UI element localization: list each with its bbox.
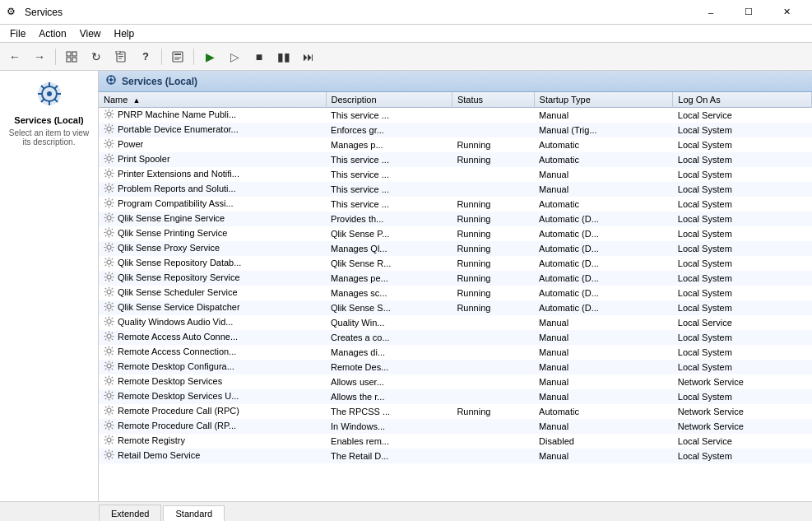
svg-line-198 <box>112 384 113 384</box>
table-row[interactable]: Retail Demo Service The Retail D... Manu… <box>99 449 812 463</box>
svg-line-117 <box>112 250 113 251</box>
table-row[interactable]: Qlik Sense Service Dispatcher Qlik Sense… <box>99 300 812 315</box>
table-row[interactable]: Power Manages p... Running Automatic Loc… <box>99 137 812 152</box>
service-startup: Manual <box>534 345 673 360</box>
service-name: Printer Extensions and Notifi... <box>99 167 326 182</box>
svg-line-172 <box>112 333 113 333</box>
table-row[interactable]: Printer Extensions and Notifi... This se… <box>99 167 812 182</box>
menu-file[interactable]: File <box>3 26 32 41</box>
svg-line-191 <box>105 369 106 370</box>
service-name: Power <box>99 137 326 152</box>
table-row[interactable]: Remote Access Auto Conne... Creates a co… <box>99 330 812 345</box>
table-row[interactable]: Remote Procedure Call (RP... In Windows.… <box>99 419 812 434</box>
title-bar: ⚙ Services – ☐ ✕ <box>0 0 812 25</box>
service-startup: Manual <box>534 419 673 434</box>
play2-button[interactable]: ▷ <box>223 46 246 67</box>
service-name: Remote Access Auto Conne... <box>99 330 326 345</box>
tab-extended[interactable]: Extended <box>99 505 161 521</box>
service-logon: Local System <box>673 330 812 345</box>
refresh-button[interactable]: ↻ <box>85 46 108 67</box>
svg-line-110 <box>105 235 106 236</box>
service-startup: Automatic (D... <box>534 300 673 315</box>
col-header-status[interactable]: Status <box>452 92 534 108</box>
svg-line-224 <box>105 421 106 422</box>
svg-line-136 <box>112 273 113 274</box>
svg-line-91 <box>112 199 113 200</box>
table-row[interactable]: Qlik Sense Engine Service Provides th...… <box>99 212 812 226</box>
table-row[interactable]: Remote Procedure Call (RPC) The RPCSS ..… <box>99 404 812 419</box>
svg-line-235 <box>112 436 113 437</box>
svg-line-225 <box>112 428 113 429</box>
table-row[interactable]: Qlik Sense Scheduler Service Manages sc.… <box>99 286 812 300</box>
service-name: Qlik Sense Scheduler Service <box>99 286 326 300</box>
table-row[interactable]: Problem Reports and Soluti... This servi… <box>99 182 812 197</box>
table-row[interactable]: Print Spooler This service ... Running A… <box>99 152 812 167</box>
start-service-button[interactable]: ▶ <box>198 46 221 67</box>
mmc-button[interactable] <box>166 46 189 67</box>
table-row[interactable]: Qlik Sense Proxy Service Manages Ql... R… <box>99 241 812 256</box>
svg-line-234 <box>112 443 113 444</box>
table-row[interactable]: Qlik Sense Printing Service Qlik Sense P… <box>99 226 812 241</box>
col-header-logon[interactable]: Log On As <box>673 92 812 108</box>
table-row[interactable]: Remote Registry Enables rem... Disabled … <box>99 434 812 449</box>
svg-rect-1 <box>72 52 77 56</box>
svg-point-25 <box>109 78 113 81</box>
service-logon: Network Service <box>673 374 812 389</box>
service-status: Running <box>452 152 534 167</box>
service-logon: Local Service <box>673 108 812 123</box>
table-row[interactable]: Remote Desktop Services U... Allows the … <box>99 389 812 404</box>
properties-button[interactable] <box>109 46 132 67</box>
svg-line-181 <box>112 347 113 348</box>
service-name: Remote Registry <box>99 434 326 449</box>
svg-line-171 <box>112 339 113 340</box>
panel-header-icon <box>105 74 117 88</box>
svg-line-89 <box>105 199 106 200</box>
service-startup: Manual <box>534 182 673 197</box>
service-logon: Network Service <box>673 419 812 434</box>
svg-line-38 <box>105 117 106 118</box>
col-header-name[interactable]: Name ▲ <box>99 92 326 108</box>
tab-standard[interactable]: Standard <box>163 505 225 521</box>
close-button[interactable]: ✕ <box>768 0 805 25</box>
service-status <box>452 449 534 463</box>
svg-line-127 <box>112 258 113 259</box>
menu-help[interactable]: Help <box>108 26 142 41</box>
table-row[interactable]: Remote Access Connection... Manages di..… <box>99 345 812 360</box>
svg-line-182 <box>105 354 106 355</box>
pause-service-button[interactable]: ▮▮ <box>272 46 295 67</box>
svg-line-155 <box>105 309 106 310</box>
table-row[interactable]: Remote Desktop Configura... Remote Des..… <box>99 360 812 374</box>
service-description: Manages Ql... <box>326 241 452 256</box>
table-row[interactable]: PNRP Machine Name Publi... This service … <box>99 108 812 123</box>
stop-service-button[interactable]: ■ <box>248 46 271 67</box>
table-row[interactable]: Qlik Sense Repository Datab... Qlik Sens… <box>99 256 812 271</box>
back-button[interactable]: ← <box>3 46 26 67</box>
maximize-button[interactable]: ☐ <box>730 0 768 25</box>
forward-button[interactable]: → <box>28 46 51 67</box>
window-title: Services <box>25 7 692 18</box>
menu-action[interactable]: Action <box>32 26 72 41</box>
services-table-area[interactable]: Name ▲ Description Status Startup Type L… <box>99 92 812 501</box>
help-button[interactable]: ? <box>134 46 157 67</box>
col-header-startup[interactable]: Startup Type <box>534 92 673 108</box>
table-row[interactable]: Qlik Sense Repository Service Manages pe… <box>99 271 812 286</box>
restart-service-button[interactable]: ⏭ <box>297 46 320 67</box>
table-row[interactable]: Program Compatibility Assi... This servi… <box>99 197 812 212</box>
svg-line-215 <box>105 407 106 407</box>
col-header-description[interactable]: Description <box>326 92 452 108</box>
svg-point-156 <box>107 319 111 323</box>
service-name: Qlik Sense Engine Service <box>99 212 326 226</box>
service-description: Enforces gr... <box>326 123 452 137</box>
svg-point-39 <box>107 127 111 131</box>
service-name: Program Compatibility Assi... <box>99 197 326 212</box>
grid-view-button[interactable] <box>60 46 83 67</box>
table-row[interactable]: Remote Desktop Services Allows user... M… <box>99 374 812 389</box>
menu-view[interactable]: View <box>73 26 108 41</box>
minimize-button[interactable]: – <box>692 0 730 25</box>
service-startup: Manual <box>534 389 673 404</box>
service-logon: Local System <box>673 241 812 256</box>
svg-line-161 <box>105 318 106 319</box>
table-row[interactable]: Portable Device Enumerator... Enforces g… <box>99 123 812 137</box>
svg-line-100 <box>112 214 113 215</box>
table-row[interactable]: Quality Windows Audio Vid... Quality Win… <box>99 315 812 330</box>
